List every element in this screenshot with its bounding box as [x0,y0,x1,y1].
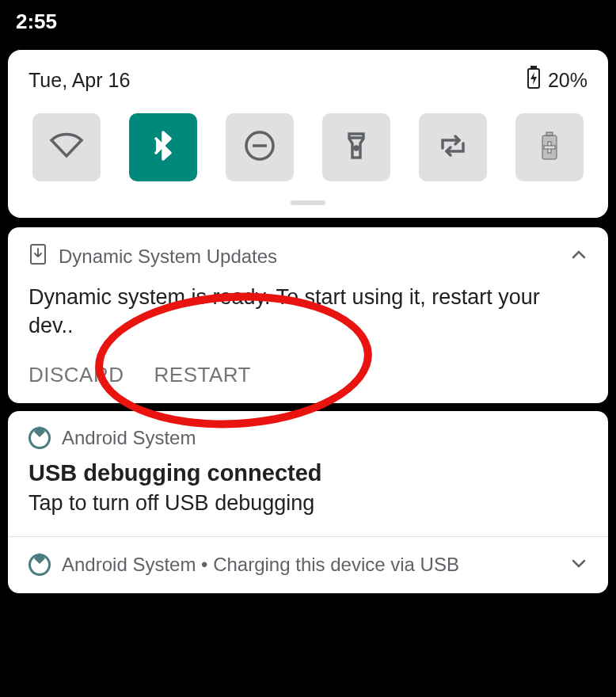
flashlight-icon [338,128,375,167]
tile-dnd[interactable] [226,113,294,181]
tile-wifi[interactable] [32,113,101,181]
notif-body: Dynamic system is ready. To start using … [29,283,587,341]
battery-charging-icon [526,66,542,94]
quick-settings-panel: Tue, Apr 16 20% [8,50,608,218]
collapsed-label: Android System • Charging this device vi… [62,554,559,576]
status-time: 2:55 [16,10,57,33]
notification-android-system[interactable]: Android System USB debugging connected T… [8,411,608,593]
tile-battery-saver[interactable] [515,113,584,181]
svg-rect-8 [546,132,553,135]
wifi-icon [48,128,85,167]
qs-date: Tue, Apr 16 [29,69,130,92]
status-bar: 2:55 [0,0,616,40]
svg-point-6 [355,147,358,150]
svg-marker-2 [530,72,537,85]
android-system-icon [29,427,51,449]
battery-saver-icon [531,128,568,167]
svg-rect-1 [531,67,536,69]
restart-button[interactable]: RESTART [154,363,251,387]
android-system-icon [29,554,51,576]
tile-flashlight[interactable] [322,113,390,181]
tile-auto-rotate[interactable] [419,113,487,181]
bluetooth-icon [145,128,181,167]
dnd-icon [241,128,278,167]
discard-button[interactable]: DISCARD [29,363,124,387]
collapse-icon[interactable] [570,245,587,269]
tile-bluetooth[interactable] [129,113,197,181]
notif-subtitle: Tap to turn off USB debugging [29,491,587,516]
notification-charging[interactable]: Android System • Charging this device vi… [29,553,587,577]
notif-app-name: Android System [62,427,196,449]
notif-title: USB debugging connected [29,460,587,486]
battery-pct: 20% [548,69,587,92]
notification-dsu[interactable]: Dynamic System Updates Dynamic system is… [8,227,608,403]
system-update-icon [29,243,48,270]
auto-rotate-icon [435,128,471,167]
svg-rect-10 [544,146,555,149]
qs-drag-handle[interactable] [291,200,325,205]
divider [8,536,608,537]
notif-app-name: Dynamic System Updates [59,246,559,268]
expand-icon[interactable] [570,553,587,577]
qs-battery[interactable]: 20% [526,66,587,94]
